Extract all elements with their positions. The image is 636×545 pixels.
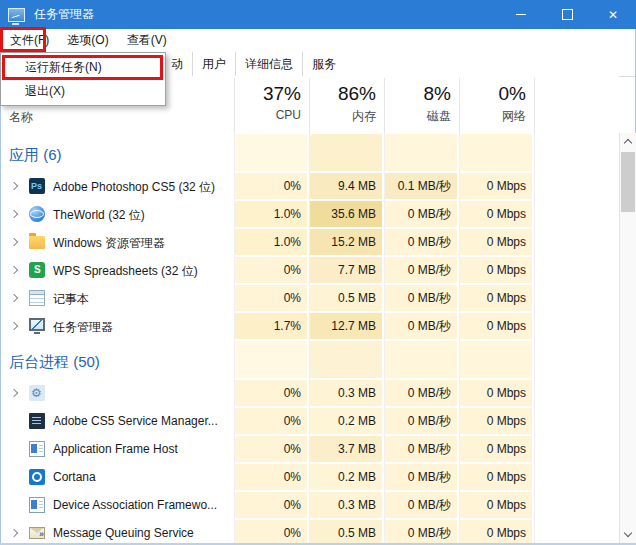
theworld-icon [29,206,45,222]
memory-cell: 35.6 MB [310,201,382,227]
tab-startup-partial[interactable]: 动 [162,52,193,76]
maximize-icon [562,9,573,20]
expand-chevron-icon[interactable] [10,529,18,537]
cpu-cell: 1.7% [235,313,307,339]
close-button[interactable]: ✕ [590,0,636,29]
expand-chevron-icon[interactable] [10,238,18,246]
disk-cell: 0 MB/秒 [385,201,457,227]
gear-icon [29,385,45,401]
annotation-box-file-menu [0,27,46,52]
disk-cell: 0 MB/秒 [385,229,457,255]
chevron-down-icon [624,529,632,537]
process-name: WPS Spreadsheets (32 位) [53,263,198,280]
process-row[interactable]: 记事本 0% 0.5 MB 0 MB/秒 0 Mbps [1,284,619,312]
process-row[interactable]: Adobe CS5 Service Manager... 0% 0.2 MB 0… [1,407,619,435]
process-row[interactable]: Application Frame Host 0% 3.7 MB 0 MB/秒 … [1,435,619,463]
scroll-down-button[interactable] [620,526,636,543]
cpu-total-usage: 37% [234,83,301,105]
menu-item-options[interactable]: 选项(O) [58,29,117,52]
cpu-cell: 0% [235,464,307,490]
disk-cell: 0 MB/秒 [385,492,457,518]
expand-chevron-icon[interactable] [10,182,18,190]
close-icon: ✕ [608,9,618,21]
group-header-label: 应用 (6) [9,146,62,165]
adobesm-icon [29,413,45,429]
menu-item-exit[interactable]: 退出(X) [1,79,165,103]
memory-cell: 0.2 MB [310,464,382,490]
network-cell: 0 Mbps [460,492,532,518]
process-name: TheWorld (32 位) [53,207,145,224]
chevron-up-icon [624,139,632,147]
disk-column-header[interactable]: 8% 磁盘 [384,76,458,125]
process-row[interactable]: WPS Spreadsheets (32 位) 0% 7.7 MB 0 MB/秒… [1,256,619,284]
winframe-icon [29,441,45,457]
process-name: 任务管理器 [53,319,113,336]
network-cell: 0 Mbps [460,380,532,406]
heatmap-cell [385,134,457,171]
cpu-cell: 0% [235,492,307,518]
group-header-row[interactable]: 应用 (6) [1,133,619,172]
disk-cell: 0 MB/秒 [385,380,457,406]
process-row[interactable]: Cortana 0% 0.2 MB 0 MB/秒 0 Mbps [1,463,619,491]
process-row[interactable]: 任务管理器 1.7% 12.7 MB 0 MB/秒 0 Mbps [1,312,619,340]
scrollbar-thumb[interactable] [621,152,635,212]
memory-cell: 15.2 MB [310,229,382,255]
network-cell: 0 Mbps [460,201,532,227]
memory-cell: 0.5 MB [310,285,382,311]
process-row[interactable]: 0% 0.3 MB 0 MB/秒 0 Mbps [1,379,619,407]
disk-cell: 0.1 MB/秒 [385,173,457,199]
disk-cell: 0 MB/秒 [385,313,457,339]
heatmap-cell [235,341,307,378]
process-name: Device Association Framewo... [53,498,217,512]
network-cell: 0 Mbps [460,520,532,543]
process-name: Adobe CS5 Service Manager... [53,414,218,428]
name-column-header[interactable]: 名称 [9,109,33,126]
expand-chevron-icon[interactable] [10,389,18,397]
network-column-header[interactable]: 0% 网络 [459,76,533,125]
disk-cell: 0 MB/秒 [385,520,457,543]
process-row[interactable]: Windows 资源管理器 1.0% 15.2 MB 0 MB/秒 0 Mbps [1,228,619,256]
disk-cell: 0 MB/秒 [385,408,457,434]
memory-cell: 3.7 MB [310,436,382,462]
process-row[interactable]: Adobe Photoshop CS5 (32 位) 0% 9.4 MB 0.1… [1,172,619,200]
minimize-button[interactable] [498,0,544,29]
expand-chevron-icon[interactable] [10,210,18,218]
network-cell: 0 Mbps [460,313,532,339]
expand-chevron-icon[interactable] [10,322,18,330]
menu-item-view[interactable]: 查看(V) [118,29,176,52]
column-separator [534,78,535,133]
group-header-row[interactable]: 后台进程 (50) [1,340,619,379]
tab-list: 动 用户 详细信息 服务 [162,52,345,76]
cpu-column-header[interactable]: 37% CPU [234,76,308,122]
tab-services[interactable]: 服务 [303,52,345,76]
disk-total-usage: 8% [384,83,451,105]
disk-column-label: 磁盘 [384,108,451,125]
maximize-button[interactable] [544,0,590,29]
network-cell: 0 Mbps [460,285,532,311]
tab-details[interactable]: 详细信息 [236,52,303,76]
process-row[interactable]: Device Association Framewo... 0% 0.3 MB … [1,491,619,519]
process-row[interactable]: TheWorld (32 位) 1.0% 35.6 MB 0 MB/秒 0 Mb… [1,200,619,228]
window-controls: ✕ [498,0,636,29]
expand-chevron-icon[interactable] [10,266,18,274]
heatmap-cell [460,341,532,378]
disk-cell: 0 MB/秒 [385,464,457,490]
expand-chevron-icon[interactable] [10,294,18,302]
process-row[interactable]: Message Queuing Service 0% 0.5 MB 0 MB/秒… [1,519,619,543]
vertical-scrollbar[interactable] [619,133,636,543]
network-total-usage: 0% [459,83,526,105]
process-name: 记事本 [53,291,89,308]
network-cell: 0 Mbps [460,229,532,255]
column-separator [384,78,385,133]
heatmap-cell [310,341,382,378]
memory-column-label: 内存 [309,108,376,125]
notepad-icon [29,290,45,306]
memory-column-header[interactable]: 86% 内存 [309,76,383,125]
tab-users[interactable]: 用户 [193,52,236,76]
cpu-cell: 0% [235,436,307,462]
scroll-up-button[interactable] [620,133,636,150]
network-cell: 0 Mbps [460,257,532,283]
heatmap-cell [235,134,307,171]
disk-cell: 0 MB/秒 [385,257,457,283]
folder-icon [29,236,45,249]
